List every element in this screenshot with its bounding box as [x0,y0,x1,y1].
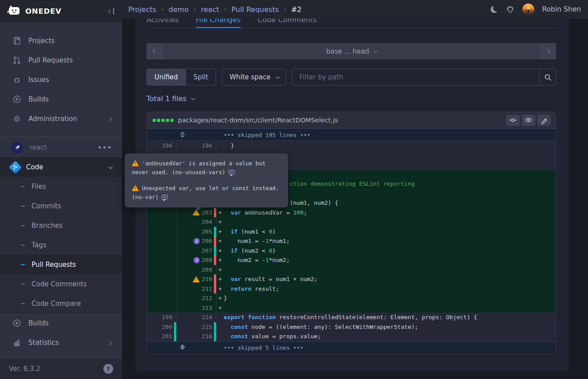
edit-file-button[interactable] [537,115,551,126]
diff-sign: + [217,217,224,227]
breadcrumb-projects[interactable]: Projects [128,5,156,14]
diff-expander-row[interactable]: ••• skipped 5 lines ••• [147,341,556,354]
code-token: const [231,324,248,330]
coverage-bar [214,322,216,332]
dash-icon [21,186,25,188]
diff-line[interactable]: 200215 const node = ((element: any): Sel… [147,322,556,332]
help-button[interactable]: ? [103,364,113,374]
add-comment-icon[interactable] [162,195,168,199]
unified-mode-button[interactable]: Unified [147,69,185,85]
diff-line[interactable]: 210+ var result = num1 + num2; [147,274,556,284]
new-line-number: 205 [202,227,212,237]
view-file-button[interactable] [522,115,535,126]
triangle-down [181,348,184,350]
diff-line[interactable]: i206+ num1 = -1*num1; [147,236,556,246]
sidebar-item-code-compare[interactable]: Code Compare [0,294,122,313]
project-name: react [30,144,47,152]
triangle-down [181,136,184,137]
path-filter-input[interactable] [292,69,539,85]
sidebar-item-commits[interactable]: Commits [0,196,122,216]
sidebar-collapse-button[interactable] [109,8,114,15]
sidebar-item-issues[interactable]: Issues [0,70,122,90]
breadcrumb-pull-requests[interactable]: Pull Requests [231,5,279,14]
path-filter-search-button[interactable] [539,69,556,85]
code-token: (num1 < [237,228,268,235]
pencil-icon [541,117,548,124]
sidebar-item-pull-requests[interactable]: Pull Requests [0,51,122,70]
sidebar-item-administration[interactable]: Administration [0,109,122,129]
code-token: num2 = - [224,257,265,263]
diff-line[interactable]: 204+ [147,217,556,227]
eslint-problem: 'anUnusedVar' is assigned a value but ne… [132,159,281,176]
diff-line[interactable]: 201216 const value = props.value; [147,332,556,341]
code-token: ; [304,209,307,216]
code-token: (num2 < [237,247,268,254]
user-avatar[interactable] [522,4,534,16]
info-icon[interactable]: i [193,257,200,263]
expand-lines-icon[interactable] [179,132,185,137]
project-more-menu[interactable]: ••• [98,144,112,151]
sidebar-item-statistics[interactable]: Statistics [0,333,122,352]
diff-line[interactable]: 213+ [147,303,556,313]
code-line: return result; [224,284,556,294]
code-token: *num2; [269,257,290,263]
dark-mode-toggle-moon-icon[interactable] [491,6,498,13]
sidebar-item-builds[interactable]: Builds [0,90,122,109]
breadcrumb-react[interactable]: react [201,5,219,14]
sidebar-item-label: Pull Requests [32,261,76,269]
code-token: ) [272,247,276,254]
info-icon[interactable]: i [193,238,200,244]
whitespace-dropdown[interactable]: White space [222,69,286,86]
revision-range-dropdown[interactable]: base ... head [163,43,539,59]
diff-line[interactable]: 211+ return result; [147,284,556,294]
code-token: num1 = - [224,238,265,244]
sidebar-item-pull-requests-sub[interactable]: Pull Requests [0,255,122,274]
view-commit-button[interactable] [506,115,520,126]
diffstat-added-block [170,119,174,122]
username[interactable]: Robin Shen [542,5,581,13]
sidebar-item-project-builds[interactable]: Builds [0,313,122,333]
sidebar-item-projects[interactable]: Projects [0,31,122,51]
tooltip-items: 'anUnusedVar' is assigned a value but ne… [132,159,281,201]
eslint-problem-text: Unexpected var, use let or const instead… [132,185,279,200]
tab-bar-divider [146,28,558,28]
sidebar-item-files[interactable]: Files [0,177,122,196]
file-diff-panel: packages/react-dom/src/client/ReactDOMSe… [146,112,556,354]
new-line-number: 214 [202,313,212,322]
github-link[interactable] [506,5,514,14]
warning-icon[interactable] [193,276,200,282]
chevron-down-icon [191,96,195,100]
code-line: num2 = -1*num2; [224,255,556,265]
diff-line[interactable]: i208+ num2 = -1*num2; [147,255,556,265]
chevron-down-icon [373,48,378,53]
new-line-gutter: 214 [177,313,217,322]
diff-line[interactable]: 196196 } [147,141,556,151]
diff-line[interactable]: 205+ if (num1 < 0) [147,227,556,237]
old-line-number: 196 [162,141,172,151]
diff-line[interactable]: 203+ var anUnusedVar = 100; [147,208,556,218]
diff-line[interactable]: 199214export function restoreControlledS… [147,313,556,322]
sidebar-project-react[interactable]: react ••• [0,138,122,157]
diff-sign [217,313,224,322]
breadcrumb-demo[interactable]: demo [169,5,189,14]
sidebar-item-branches[interactable]: Branches [0,216,122,235]
next-change-button[interactable] [539,43,556,59]
old-line-gutter [147,236,177,246]
code-line: if (num2 < 0) [224,246,556,256]
previous-change-button[interactable] [146,43,163,59]
diff-line[interactable]: 207+ if (num2 < 0) [147,246,556,256]
split-mode-button[interactable]: Split [185,69,216,85]
sidebar-item-code[interactable]: Code [0,157,122,177]
total-files-dropdown[interactable]: Total 1 files [146,94,194,103]
diff-line[interactable]: 212+} [147,293,556,303]
diff-line[interactable]: 209+ [147,265,556,275]
new-line-gutter: 216 [177,332,217,341]
add-comment-icon[interactable] [229,170,235,175]
diff-mode-toggle: Unified Split [146,69,216,86]
code-line: num1 = -1*num1; [224,236,556,246]
expand-lines-icon[interactable] [179,344,185,350]
sidebar-item-tags[interactable]: Tags [0,235,122,255]
sidebar-item-code-comments[interactable]: Code Comments [0,274,122,294]
chevron-down-icon [108,164,113,169]
diff-expander-row[interactable]: ••• skipped 195 lines ••• [147,129,556,141]
